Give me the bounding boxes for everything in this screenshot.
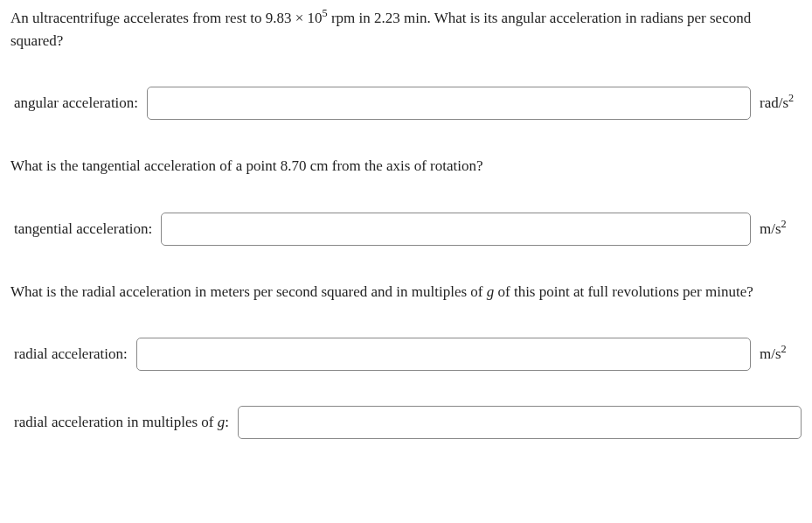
answer-2-label: tangential acceleration: xyxy=(14,220,152,238)
answer-1-label: angular acceleration: xyxy=(14,94,138,112)
angular-acceleration-input[interactable] xyxy=(147,87,751,120)
answer-4-row: radial acceleration in multiples of g: xyxy=(10,406,802,439)
answer-3-unit-exp: 2 xyxy=(781,343,787,355)
answer-4-label: radial acceleration in multiples of g: xyxy=(14,414,229,431)
answer-3-unit-prefix: m/s xyxy=(760,345,781,362)
radial-acceleration-g-input[interactable] xyxy=(238,406,802,439)
question-3-prefix: What is the radial acceleration in meter… xyxy=(10,283,487,300)
question-3-suffix: of this point at full revolutions per mi… xyxy=(494,283,753,300)
answer-2-unit-exp: 2 xyxy=(781,218,787,230)
question-1-text: An ultracentrifuge accelerates from rest… xyxy=(10,7,802,52)
question-3-g: g xyxy=(487,283,495,300)
answer-2-unit-prefix: m/s xyxy=(760,220,781,237)
answer-4-label-g: g xyxy=(218,414,226,430)
answer-4-label-prefix: radial acceleration in multiples of xyxy=(14,414,218,430)
tangential-acceleration-input[interactable] xyxy=(161,213,751,246)
question-2-text: What is the tangential acceleration of a… xyxy=(10,155,802,178)
answer-1-unit-prefix: rad/s xyxy=(760,94,788,111)
question-1-prefix: An ultracentrifuge accelerates from rest… xyxy=(10,10,323,26)
answer-2-row: tangential acceleration: m/s2 xyxy=(10,213,802,246)
question-3-text: What is the radial acceleration in meter… xyxy=(10,281,802,303)
answer-3-row: radial acceleration: m/s2 xyxy=(10,338,802,371)
answer-1-unit-exp: 2 xyxy=(788,92,794,104)
answer-3-unit: m/s2 xyxy=(760,345,802,363)
answer-1-unit: rad/s2 xyxy=(760,94,802,112)
radial-acceleration-input[interactable] xyxy=(136,338,751,371)
answer-2-unit: m/s2 xyxy=(760,220,802,238)
answer-3-label: radial acceleration: xyxy=(14,345,128,363)
answer-1-row: angular acceleration: rad/s2 xyxy=(10,87,802,120)
answer-4-label-suffix: : xyxy=(225,414,229,430)
